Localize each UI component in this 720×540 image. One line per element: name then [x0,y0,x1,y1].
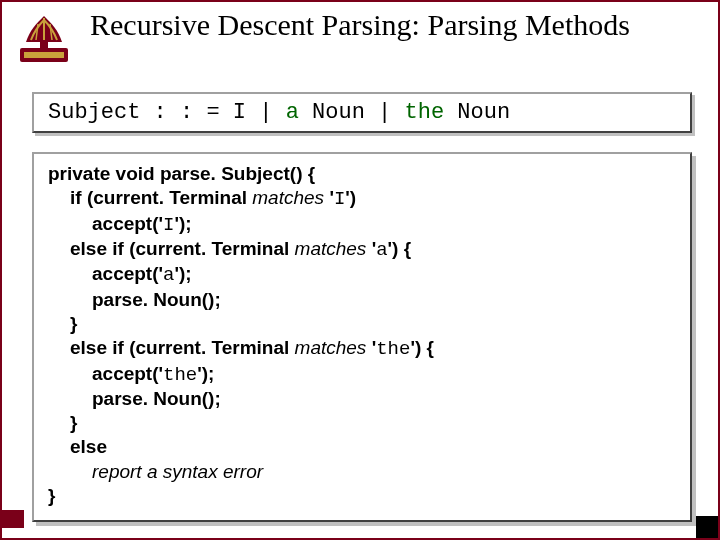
grammar-rule-box: Subject : : = I | a Noun | the Noun [32,92,692,133]
code-line: accept('the'); [48,362,676,387]
code-line: accept('a'); [48,262,676,287]
grammar-rhs-1: I | [233,100,286,125]
code-line: if (current. Terminal matches 'I') [48,186,676,211]
code-line: private void parse. Subject() { [48,163,315,184]
code-line: else [48,435,676,459]
code-line: else if (current. Terminal matches 'a') … [48,237,676,262]
code-box: private void parse. Subject() { if (curr… [32,152,692,522]
slide: Recursive Descent Parsing: Parsing Metho… [0,0,720,540]
left-accent-bar [2,510,24,528]
code-line: parse. Noun(); [48,387,676,411]
university-logo-icon [14,10,74,70]
code-line: } [48,485,55,506]
grammar-op: : : = [140,100,232,125]
code-line: report a syntax error [48,460,676,484]
code-line: parse. Noun(); [48,288,676,312]
code-line: accept('I'); [48,212,676,237]
page-corner-mark [696,516,718,538]
svg-rect-1 [24,52,64,58]
grammar-kw-the: the [404,100,444,125]
code-line: else if (current. Terminal matches 'the'… [48,336,676,361]
grammar-rhs-2: Noun | [299,100,405,125]
code-line: } [48,411,676,435]
slide-title: Recursive Descent Parsing: Parsing Metho… [82,8,638,41]
grammar-lhs: Subject [48,100,140,125]
grammar-kw-a: a [286,100,299,125]
grammar-rhs-3: Noun [444,100,510,125]
code-line: } [48,312,676,336]
